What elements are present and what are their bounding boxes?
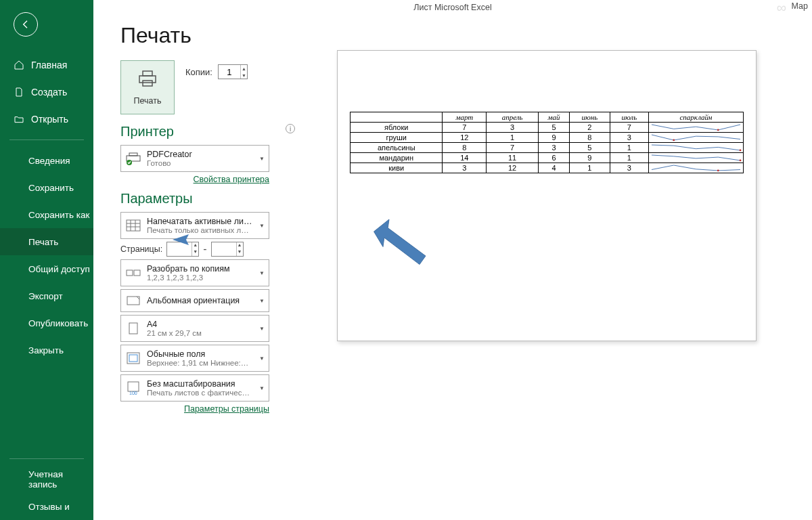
svg-rect-16 [129, 355, 137, 362]
sidebar-item-close[interactable]: Закрыть [0, 337, 93, 364]
pages-dash: - [203, 243, 206, 255]
spinner-arrows[interactable]: ▲▼ [240, 65, 247, 79]
orientation-select[interactable]: Альбомная ориентация ▼ [120, 289, 269, 312]
margins-icon [125, 350, 141, 366]
printer-section-title: Принтер i [120, 124, 296, 139]
sidebar-label: Главная [31, 60, 67, 70]
svg-text:100: 100 [129, 391, 137, 395]
scale-icon: 100 [125, 380, 141, 396]
svg-rect-4 [129, 153, 137, 156]
sidebar-item-home[interactable]: Главная [0, 51, 93, 79]
svg-point-21 [740, 150, 742, 152]
print-preview: мартапрельмайиюньиюльспарклайняблоки7352… [337, 50, 812, 520]
main-panel: Лист Microsoft Excel ∞ Мар Печать Печать… [93, 0, 812, 520]
sidebar-item-print[interactable]: Печать [0, 228, 93, 255]
svg-rect-1 [143, 71, 152, 76]
print-button-label: Печать [134, 96, 162, 106]
user-label: Мар [792, 1, 808, 11]
svg-rect-17 [128, 382, 139, 391]
sidebar-item-saveas[interactable]: Сохранить как [0, 201, 93, 228]
decoration-icon: ∞ [777, 0, 785, 16]
copies-value: 1 [219, 67, 240, 77]
back-button[interactable] [14, 12, 38, 37]
sidebar-label: Открыть [31, 114, 68, 125]
svg-rect-14 [129, 323, 137, 334]
preview-page: мартапрельмайиюньиюльспарклайняблоки7352… [337, 50, 757, 341]
orientation-icon [125, 292, 141, 309]
sidebar-item-feedback[interactable]: Отзывы и [0, 493, 93, 520]
margins-select[interactable]: Обычные поля Верхнее: 1,91 см Нижнее:… ▼ [120, 345, 269, 372]
sidebar-item-save[interactable]: Сохранить [0, 174, 93, 201]
collate-icon [125, 265, 141, 281]
svg-rect-6 [127, 220, 140, 231]
chevron-down-icon: ▼ [259, 298, 265, 304]
preview-table: мартапрельмайиюньиюльспарклайняблоки7352… [350, 112, 744, 173]
chevron-down-icon: ▼ [259, 355, 265, 362]
sidebar-item-account[interactable]: Учетная запись [0, 466, 93, 493]
printer-name: PDFCreator [147, 150, 254, 159]
printer-status: Готово [147, 159, 254, 167]
pages-to-input[interactable]: ▲▼ [211, 242, 244, 257]
sidebar-item-export[interactable]: Экспорт [0, 282, 93, 309]
page-setup-link[interactable]: Параметры страницы [120, 404, 269, 414]
copies-input[interactable]: 1 ▲▼ [218, 64, 248, 79]
page-title: Печать [120, 23, 296, 48]
pages-label: Страницы: [120, 244, 162, 254]
svg-rect-0 [139, 76, 156, 83]
printer-icon [137, 69, 158, 91]
sheets-icon [125, 217, 141, 234]
sidebar-item-open[interactable]: Открыть [0, 106, 93, 133]
sidebar-separator [9, 458, 84, 459]
svg-rect-11 [127, 270, 133, 276]
backstage-sidebar: Главная Создать Открыть Сведения Сохрани… [0, 0, 93, 520]
chevron-down-icon: ▼ [259, 385, 265, 391]
info-icon[interactable]: i [286, 124, 295, 133]
collate-select[interactable]: Разобрать по копиям 1,2,3 1,2,3 1,2,3 ▼ [120, 259, 269, 286]
svg-rect-12 [134, 270, 140, 276]
settings-section-title: Параметры [120, 191, 296, 207]
sidebar-item-share[interactable]: Общий доступ [0, 255, 93, 282]
svg-point-22 [740, 160, 742, 162]
open-icon [14, 114, 24, 125]
new-icon [14, 87, 24, 98]
svg-point-23 [717, 170, 719, 172]
window-title: Лист Microsoft Excel [413, 3, 491, 12]
printer-select[interactable]: PDFCreator Готово ▼ [120, 145, 269, 172]
svg-point-19 [717, 129, 719, 131]
pages-from-input[interactable]: ▲▼ [166, 242, 199, 257]
printer-properties-link[interactable]: Свойства принтера [120, 175, 269, 184]
svg-point-20 [673, 139, 675, 142]
home-icon [14, 60, 24, 70]
sidebar-label: Создать [31, 87, 67, 98]
paper-select[interactable]: A4 21 см x 29,7 см ▼ [120, 315, 269, 342]
svg-rect-2 [143, 81, 152, 86]
sidebar-item-publish[interactable]: Опубликовать [0, 309, 93, 337]
printer-status-icon [125, 150, 141, 167]
sidebar-item-new[interactable]: Создать [0, 79, 93, 106]
print-button[interactable]: Печать [120, 60, 175, 114]
sidebar-separator [9, 139, 84, 140]
scale-select[interactable]: 100 Без масштабирования Печать листов с … [120, 374, 269, 402]
chevron-down-icon: ▼ [259, 156, 265, 162]
sidebar-item-info[interactable]: Сведения [0, 147, 93, 174]
chevron-down-icon: ▼ [259, 270, 265, 276]
print-what-select[interactable]: Напечатать активные листы Печать только … [120, 212, 269, 239]
chevron-down-icon: ▼ [259, 223, 265, 229]
chevron-down-icon: ▼ [259, 326, 265, 332]
paper-icon [125, 320, 141, 337]
copies-label: Копии: [185, 67, 212, 77]
